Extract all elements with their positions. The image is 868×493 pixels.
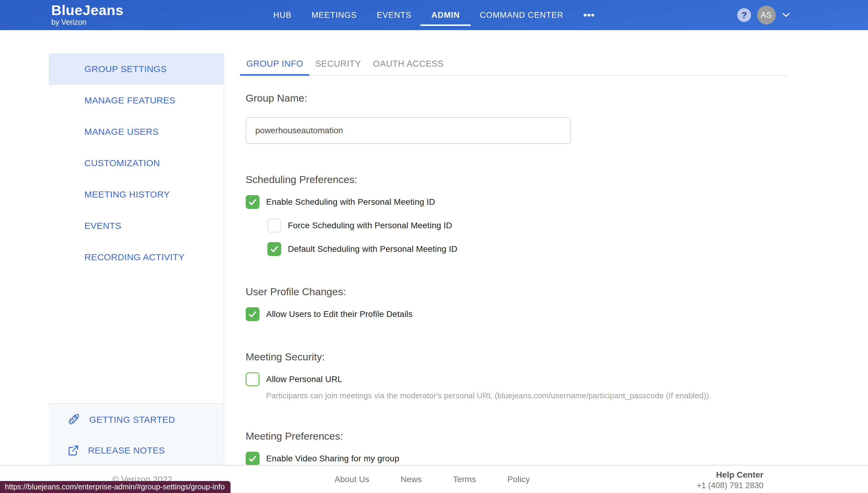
section-title-scheduling-preferences: Scheduling Preferences: bbox=[246, 173, 789, 186]
checkbox-row-allow-users-to-edit-their-profile-details: Allow Users to Edit their Profile Detail… bbox=[246, 307, 789, 321]
sidebar-item-release-notes[interactable]: RELEASE NOTES bbox=[49, 435, 224, 466]
account-menu-chevron[interactable] bbox=[782, 13, 790, 18]
force-scheduling-with-personal-meeting-id-checkbox[interactable] bbox=[267, 219, 281, 233]
check-icon bbox=[248, 197, 258, 207]
group-settings-tabs: GROUP INFOSECURITYOAUTH ACCESS bbox=[240, 55, 789, 76]
checkbox-description: Participants can join meetings via the m… bbox=[266, 391, 789, 401]
avatar[interactable]: AS bbox=[757, 6, 776, 24]
logo-subtitle: by Verizon bbox=[51, 18, 124, 26]
help-center-link[interactable]: Help Center bbox=[697, 470, 763, 480]
sidebar-item-label: GETTING STARTED bbox=[89, 414, 175, 425]
check-icon bbox=[269, 244, 279, 254]
header-right: ? AS bbox=[737, 0, 790, 30]
sidebar-items: GROUP SETTINGSMANAGE FEATURESMANAGE USER… bbox=[49, 53, 224, 273]
browser-status-url: https://bluejeans.com/enterprise-admin/#… bbox=[0, 481, 230, 493]
checkbox-row-default-scheduling-with-personal-meeting-id: Default Scheduling with Personal Meeting… bbox=[267, 242, 789, 256]
checkbox-row-force-scheduling-with-personal-meeting-id: Force Scheduling with Personal Meeting I… bbox=[267, 219, 789, 233]
chevron-down-icon bbox=[782, 13, 790, 18]
checkbox-label: Force Scheduling with Personal Meeting I… bbox=[288, 221, 452, 230]
logo-title: BlueJeans bbox=[51, 2, 124, 18]
avatar-initials: AS bbox=[761, 10, 772, 20]
allow-users-to-edit-their-profile-details-checkbox[interactable] bbox=[246, 307, 260, 321]
nav-item-events[interactable]: EVENTS bbox=[377, 0, 411, 30]
nav-more-menu[interactable]: ••• bbox=[583, 0, 595, 30]
sidebar-item-customization[interactable]: CUSTOMIZATION bbox=[49, 147, 224, 179]
footer-links: About UsNewsTermsPolicy bbox=[335, 466, 530, 493]
top-nav-bar: BlueJeans by Verizon HUBMEETINGSEVENTSAD… bbox=[0, 0, 868, 30]
bluejeans-admin-page: BlueJeans by Verizon HUBMEETINGSEVENTSAD… bbox=[0, 0, 868, 493]
section-title-user-profile-changes: User Profile Changes: bbox=[246, 285, 789, 298]
sidebar-item-getting-started[interactable]: GETTING STARTED bbox=[49, 404, 224, 435]
help-phone: +1 (408) 791 2830 bbox=[697, 480, 763, 491]
sidebar-footer: GETTING STARTED RELEASE NOTES bbox=[49, 403, 224, 465]
sidebar-item-manage-users[interactable]: MANAGE USERS bbox=[49, 116, 224, 147]
checkbox-label: Allow Users to Edit their Profile Detail… bbox=[266, 309, 413, 319]
tab-oauth-access[interactable]: OAUTH ACCESS bbox=[367, 55, 450, 76]
section-title-meeting-preferences: Meeting Preferences: bbox=[246, 430, 789, 442]
checkbox-label: Enable Scheduling with Personal Meeting … bbox=[266, 197, 435, 207]
nav-item-hub[interactable]: HUB bbox=[273, 0, 292, 30]
admin-sidebar: GROUP SETTINGSMANAGE FEATURESMANAGE USER… bbox=[49, 53, 224, 465]
tab-security[interactable]: SECURITY bbox=[309, 55, 367, 76]
footer-link-terms[interactable]: Terms bbox=[453, 475, 476, 484]
nav-item-command-center[interactable]: COMMAND CENTER bbox=[480, 0, 563, 30]
bluejeans-logo[interactable]: BlueJeans by Verizon bbox=[51, 2, 124, 26]
group-settings-content: GROUP INFOSECURITYOAUTH ACCESS Group Nam… bbox=[240, 55, 789, 466]
checkbox-row-enable-video-sharing-for-my-group: Enable Video Sharing for my group bbox=[246, 452, 789, 466]
checkbox-label: Enable Video Sharing for my group bbox=[266, 454, 399, 464]
checkbox-row-enable-scheduling-with-personal-meeting-id: Enable Scheduling with Personal Meeting … bbox=[246, 195, 789, 209]
allow-personal-url-checkbox[interactable] bbox=[246, 372, 260, 386]
sidebar-item-recording-activity[interactable]: RECORDING ACTIVITY bbox=[49, 241, 224, 273]
footer-link-about-us[interactable]: About Us bbox=[335, 475, 369, 484]
tab-group-info[interactable]: GROUP INFO bbox=[240, 55, 309, 76]
main-nav: HUBMEETINGSEVENTSADMINCOMMAND CENTER••• bbox=[273, 0, 595, 30]
group-name-input[interactable] bbox=[246, 117, 571, 144]
check-icon bbox=[248, 309, 258, 319]
settings-sections: Scheduling Preferences:Enable Scheduling… bbox=[240, 173, 789, 466]
sidebar-item-meeting-history[interactable]: MEETING HISTORY bbox=[49, 179, 224, 210]
section-title-meeting-security: Meeting Security: bbox=[246, 351, 789, 363]
help-icon[interactable]: ? bbox=[737, 8, 751, 22]
checkbox-row-allow-personal-url: Allow Personal URL bbox=[246, 372, 789, 386]
help-glyph: ? bbox=[741, 10, 747, 20]
sidebar-item-group-settings[interactable]: GROUP SETTINGS bbox=[49, 53, 224, 85]
sidebar-item-events[interactable]: EVENTS bbox=[49, 210, 224, 241]
checkbox-label: Allow Personal URL bbox=[266, 374, 342, 384]
enable-scheduling-with-personal-meeting-id-checkbox[interactable] bbox=[246, 195, 260, 209]
enable-video-sharing-for-my-group-checkbox[interactable] bbox=[246, 452, 260, 466]
default-scheduling-with-personal-meeting-id-checkbox[interactable] bbox=[267, 242, 281, 256]
group-name-label: Group Name: bbox=[246, 92, 789, 104]
check-icon bbox=[248, 454, 258, 464]
checkbox-label: Default Scheduling with Personal Meeting… bbox=[288, 244, 458, 254]
sidebar-item-label: RELEASE NOTES bbox=[88, 445, 165, 456]
footer-link-news[interactable]: News bbox=[401, 475, 422, 484]
nav-item-admin[interactable]: ADMIN bbox=[431, 0, 460, 30]
footer-help: Help Center +1 (408) 791 2830 bbox=[697, 470, 763, 491]
rocket-icon bbox=[67, 413, 81, 427]
sidebar-item-manage-features[interactable]: MANAGE FEATURES bbox=[49, 85, 224, 116]
footer-link-policy[interactable]: Policy bbox=[507, 475, 530, 484]
external-link-icon bbox=[67, 444, 80, 457]
nav-item-meetings[interactable]: MEETINGS bbox=[311, 0, 357, 30]
